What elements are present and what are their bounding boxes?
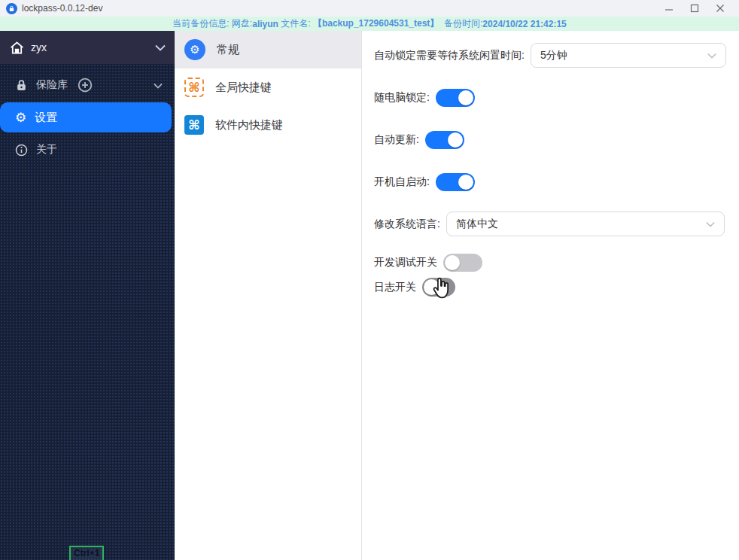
chevron-down-icon[interactable] xyxy=(154,79,163,91)
vault-lock-icon xyxy=(15,79,28,92)
minimize-icon xyxy=(664,4,674,13)
chevron-down-icon xyxy=(155,41,166,54)
sidebar-item-label: 设置 xyxy=(35,111,57,125)
lock-with-pc-toggle[interactable] xyxy=(436,89,475,107)
command-icon: ⌘ xyxy=(184,115,204,135)
command-icon: ⌘ xyxy=(184,78,204,97)
info-icon xyxy=(15,144,28,157)
auto-start-label: 开机自启动: xyxy=(374,175,430,189)
toggle-knob xyxy=(445,255,460,270)
add-vault-icon[interactable] xyxy=(78,78,93,93)
user-menu[interactable]: zyx xyxy=(0,31,175,64)
language-value: 简体中文 xyxy=(456,218,706,231)
tab-label: 常规 xyxy=(217,43,239,57)
language-label: 修改系统语言: xyxy=(374,218,440,231)
sidebar: zyx 保险库 ⚙ 设置 xyxy=(0,31,175,560)
sidebar-item-label: 保险库 xyxy=(36,78,68,92)
toggle-knob xyxy=(458,175,473,190)
auto-lock-label: 自动锁定需要等待系统闲置时间: xyxy=(374,49,525,62)
sidebar-item-label: 关于 xyxy=(36,143,57,157)
username: zyx xyxy=(31,41,47,53)
backup-info-banner: 当前备份信息: 网盘:aliyun 文件名: 【backup_172960453… xyxy=(0,17,739,31)
tab-app-shortcuts[interactable]: ⌘ 软件内快捷键 xyxy=(175,106,361,144)
tab-general[interactable]: ⚙ 常规 xyxy=(175,31,361,68)
toggle-knob xyxy=(424,279,439,295)
shortcut-hint-badge: Ctrl+1 xyxy=(69,546,104,560)
gear-icon: ⚙ xyxy=(15,111,26,124)
auto-lock-value: 5分钟 xyxy=(540,49,707,62)
maximize-button[interactable] xyxy=(682,0,707,17)
banner-prefix: 当前备份信息: 网盘: xyxy=(172,17,252,30)
window-title: lockpass-0.0.12-dev xyxy=(22,3,102,14)
general-gear-icon: ⚙ xyxy=(184,39,205,60)
auto-start-toggle[interactable] xyxy=(436,173,475,191)
auto-update-toggle[interactable] xyxy=(425,131,464,149)
banner-time: 2024/10/22 21:42:15 xyxy=(482,19,566,29)
dev-debug-toggle[interactable] xyxy=(443,254,482,272)
setting-row-auto-start: 开机自启动: xyxy=(374,173,728,191)
sidebar-item-about[interactable]: 关于 xyxy=(0,135,175,165)
setting-row-log-switch: 日志开关 xyxy=(374,278,728,297)
setting-row-auto-lock: 自动锁定需要等待系统闲置时间: 5分钟 xyxy=(374,43,728,68)
log-switch-label: 日志开关 xyxy=(374,281,416,294)
toggle-knob xyxy=(458,90,473,105)
titlebar: lockpass-0.0.12-dev xyxy=(0,0,739,17)
sidebar-item-settings[interactable]: ⚙ 设置 xyxy=(0,102,172,132)
banner-time-label: 备份时间: xyxy=(439,17,482,30)
banner-file-name: 【backup_1729604531_test】 xyxy=(313,17,439,30)
lock-with-pc-label: 随电脑锁定: xyxy=(374,91,430,105)
tab-global-shortcuts[interactable]: ⌘ 全局快捷键 xyxy=(175,68,361,106)
sidebar-item-vault[interactable]: 保险库 xyxy=(0,70,175,100)
home-icon xyxy=(9,40,25,56)
toggle-knob xyxy=(448,132,463,148)
setting-row-language: 修改系统语言: 简体中文 xyxy=(374,212,728,236)
setting-row-dev-debug: 开发调试开关 xyxy=(374,254,728,272)
close-button[interactable] xyxy=(707,0,733,17)
setting-row-lock-with-pc: 随电脑锁定: xyxy=(374,89,728,107)
banner-file-label: 文件名: xyxy=(278,17,313,30)
maximize-icon xyxy=(690,4,699,13)
tab-label: 全局快捷键 xyxy=(215,81,272,95)
auto-update-label: 自动更新: xyxy=(374,133,419,147)
chevron-down-icon xyxy=(706,221,715,227)
language-select[interactable]: 简体中文 xyxy=(446,212,725,236)
settings-content: 自动锁定需要等待系统闲置时间: 5分钟 随电脑锁定: 自动更新: 开机自启动: … xyxy=(362,31,739,560)
log-switch-toggle[interactable] xyxy=(422,278,455,297)
setting-row-auto-update: 自动更新: xyxy=(374,131,728,149)
banner-drive: aliyun xyxy=(252,19,278,29)
settings-nav: ⚙ 常规 ⌘ 全局快捷键 ⌘ 软件内快捷键 xyxy=(175,31,362,560)
minimize-button[interactable] xyxy=(656,0,682,17)
app-lock-icon xyxy=(6,3,17,14)
chevron-down-icon xyxy=(707,53,716,59)
tab-label: 软件内快捷键 xyxy=(215,118,283,132)
close-icon xyxy=(716,4,725,13)
auto-lock-select[interactable]: 5分钟 xyxy=(531,43,726,68)
dev-debug-label: 开发调试开关 xyxy=(374,256,437,269)
